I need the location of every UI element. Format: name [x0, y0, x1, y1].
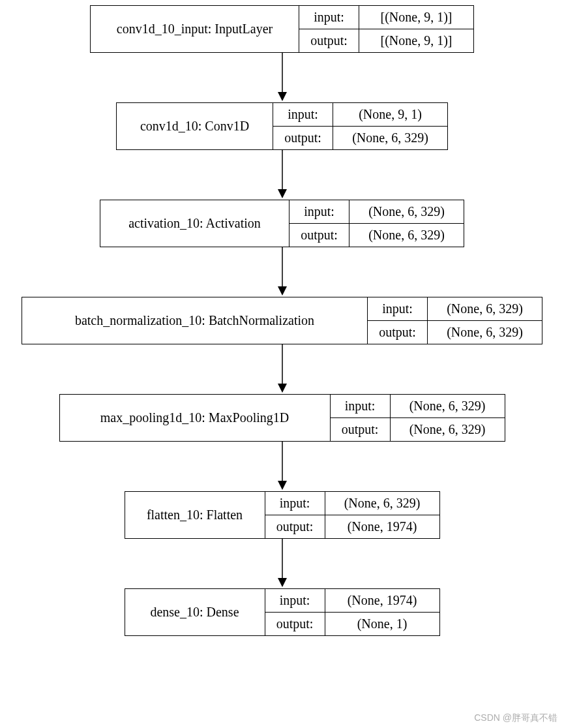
svg-marker-9 — [278, 481, 287, 490]
input-label: input: — [368, 297, 428, 320]
input-label: input: — [265, 492, 325, 515]
input-shape: [(None, 9, 1)] — [359, 6, 473, 29]
layer-name: activation_10: Activation — [100, 200, 289, 247]
arrow-down-icon — [276, 247, 289, 297]
model-diagram: conv1d_10_input: InputLayerinput:[(None,… — [0, 0, 564, 636]
layer-name: flatten_10: Flatten — [125, 492, 265, 538]
svg-marker-3 — [278, 189, 287, 198]
svg-marker-7 — [278, 384, 287, 393]
layer-node: activation_10: Activationinput:(None, 6,… — [100, 200, 464, 247]
output-shape: (None, 1) — [325, 613, 439, 635]
input-label: input: — [289, 200, 349, 223]
arrow-down-icon — [276, 442, 289, 491]
output-shape: (None, 6, 329) — [333, 127, 447, 149]
input-shape: (None, 9, 1) — [333, 103, 447, 126]
input-shape: (None, 6, 329) — [391, 395, 505, 417]
watermark: CSDN @胖哥真不错 — [474, 712, 557, 724]
layer-node: dense_10: Denseinput:(None, 1974)output:… — [125, 588, 440, 636]
output-label: output: — [331, 418, 391, 441]
output-label: output: — [368, 321, 428, 344]
input-shape: (None, 6, 329) — [349, 200, 464, 223]
layer-node: flatten_10: Flatteninput:(None, 6, 329)o… — [125, 491, 440, 539]
output-shape: (None, 6, 329) — [349, 224, 464, 247]
layer-name: max_pooling1d_10: MaxPooling1D — [60, 395, 331, 441]
input-shape: (None, 1974) — [325, 589, 439, 612]
output-shape: (None, 6, 329) — [428, 321, 542, 344]
input-shape: (None, 6, 329) — [428, 297, 542, 320]
arrow-down-icon — [276, 150, 289, 200]
input-label: input: — [299, 6, 359, 29]
layer-name: dense_10: Dense — [125, 589, 265, 635]
svg-marker-5 — [278, 286, 287, 296]
output-shape: (None, 6, 329) — [391, 418, 505, 441]
input-label: input: — [265, 589, 325, 612]
output-shape: [(None, 9, 1)] — [359, 29, 473, 52]
output-label: output: — [265, 515, 325, 538]
layer-name: conv1d_10_input: InputLayer — [91, 6, 299, 52]
output-label: output: — [299, 29, 359, 52]
input-shape: (None, 6, 329) — [325, 492, 439, 515]
arrow-down-icon — [276, 539, 289, 588]
input-label: input: — [331, 395, 391, 417]
svg-marker-11 — [278, 578, 287, 587]
svg-marker-1 — [278, 92, 287, 101]
layer-name: batch_normalization_10: BatchNormalizati… — [22, 297, 368, 344]
input-label: input: — [273, 103, 333, 126]
layer-node: conv1d_10: Conv1Dinput:(None, 9, 1)outpu… — [116, 102, 448, 150]
layer-node: max_pooling1d_10: MaxPooling1Dinput:(Non… — [59, 394, 505, 442]
arrow-down-icon — [276, 53, 289, 102]
layer-node: batch_normalization_10: BatchNormalizati… — [22, 297, 542, 344]
layer-name: conv1d_10: Conv1D — [117, 103, 273, 149]
arrow-down-icon — [276, 344, 289, 394]
output-label: output: — [289, 224, 349, 247]
layer-node: conv1d_10_input: InputLayerinput:[(None,… — [90, 5, 474, 53]
output-label: output: — [265, 613, 325, 635]
output-shape: (None, 1974) — [325, 515, 439, 538]
output-label: output: — [273, 127, 333, 149]
